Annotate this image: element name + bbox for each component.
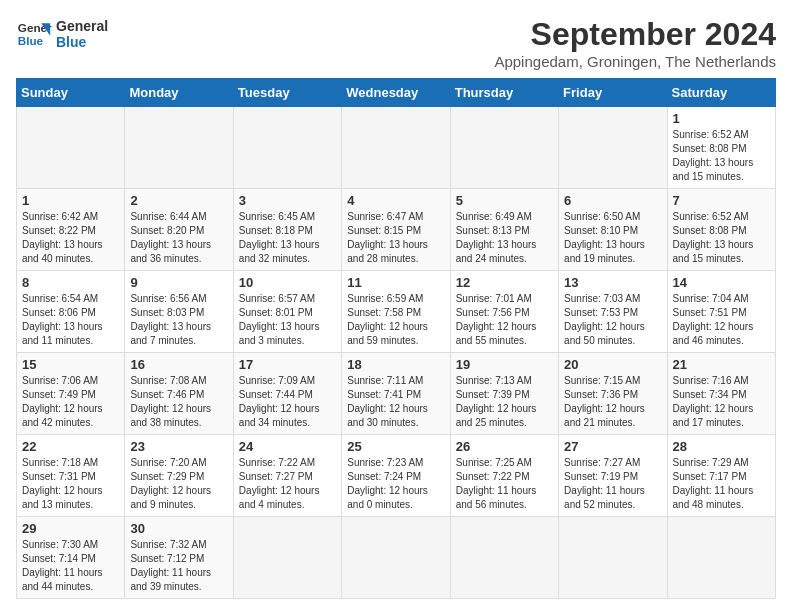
daylight-text: Daylight: 13 hours and 15 minutes. bbox=[673, 157, 754, 182]
calendar-cell: 12 Sunrise: 7:01 AM Sunset: 7:56 PM Dayl… bbox=[450, 271, 558, 353]
calendar-cell bbox=[559, 107, 667, 189]
day-info: Sunrise: 6:49 AM Sunset: 8:13 PM Dayligh… bbox=[456, 210, 553, 266]
daylight-text: Daylight: 12 hours and 42 minutes. bbox=[22, 403, 103, 428]
day-number: 29 bbox=[22, 521, 119, 536]
sunrise-text: Sunrise: 6:52 AM bbox=[673, 129, 749, 140]
day-info: Sunrise: 6:44 AM Sunset: 8:20 PM Dayligh… bbox=[130, 210, 227, 266]
calendar-cell: 19 Sunrise: 7:13 AM Sunset: 7:39 PM Dayl… bbox=[450, 353, 558, 435]
sunrise-text: Sunrise: 7:25 AM bbox=[456, 457, 532, 468]
daylight-text: Daylight: 13 hours and 3 minutes. bbox=[239, 321, 320, 346]
sunset-text: Sunset: 7:46 PM bbox=[130, 389, 204, 400]
sunset-text: Sunset: 7:44 PM bbox=[239, 389, 313, 400]
calendar-cell bbox=[559, 517, 667, 599]
day-info: Sunrise: 6:52 AM Sunset: 8:08 PM Dayligh… bbox=[673, 128, 770, 184]
calendar-week-2: 8 Sunrise: 6:54 AM Sunset: 8:06 PM Dayli… bbox=[17, 271, 776, 353]
day-number: 16 bbox=[130, 357, 227, 372]
sunset-text: Sunset: 7:56 PM bbox=[456, 307, 530, 318]
sunrise-text: Sunrise: 7:13 AM bbox=[456, 375, 532, 386]
day-info: Sunrise: 7:08 AM Sunset: 7:46 PM Dayligh… bbox=[130, 374, 227, 430]
calendar-cell: 8 Sunrise: 6:54 AM Sunset: 8:06 PM Dayli… bbox=[17, 271, 125, 353]
calendar-cell bbox=[450, 517, 558, 599]
daylight-text: Daylight: 12 hours and 55 minutes. bbox=[456, 321, 537, 346]
day-number: 17 bbox=[239, 357, 336, 372]
calendar-cell: 30 Sunrise: 7:32 AM Sunset: 7:12 PM Dayl… bbox=[125, 517, 233, 599]
calendar-cell bbox=[342, 517, 450, 599]
daylight-text: Daylight: 13 hours and 40 minutes. bbox=[22, 239, 103, 264]
day-number: 1 bbox=[22, 193, 119, 208]
sunrise-text: Sunrise: 7:23 AM bbox=[347, 457, 423, 468]
sunrise-text: Sunrise: 7:27 AM bbox=[564, 457, 640, 468]
calendar-cell: 13 Sunrise: 7:03 AM Sunset: 7:53 PM Dayl… bbox=[559, 271, 667, 353]
day-info: Sunrise: 6:50 AM Sunset: 8:10 PM Dayligh… bbox=[564, 210, 661, 266]
sunrise-text: Sunrise: 7:01 AM bbox=[456, 293, 532, 304]
calendar-cell bbox=[342, 107, 450, 189]
calendar-cell: 20 Sunrise: 7:15 AM Sunset: 7:36 PM Dayl… bbox=[559, 353, 667, 435]
sunrise-text: Sunrise: 6:57 AM bbox=[239, 293, 315, 304]
day-number: 19 bbox=[456, 357, 553, 372]
sunrise-text: Sunrise: 7:15 AM bbox=[564, 375, 640, 386]
sunset-text: Sunset: 7:17 PM bbox=[673, 471, 747, 482]
calendar-week-3: 15 Sunrise: 7:06 AM Sunset: 7:49 PM Dayl… bbox=[17, 353, 776, 435]
day-info: Sunrise: 7:18 AM Sunset: 7:31 PM Dayligh… bbox=[22, 456, 119, 512]
sunset-text: Sunset: 7:31 PM bbox=[22, 471, 96, 482]
main-title: September 2024 bbox=[494, 16, 776, 53]
daylight-text: Daylight: 12 hours and 50 minutes. bbox=[564, 321, 645, 346]
daylight-text: Daylight: 12 hours and 59 minutes. bbox=[347, 321, 428, 346]
calendar-header-sunday: Sunday bbox=[17, 79, 125, 107]
day-number: 23 bbox=[130, 439, 227, 454]
daylight-text: Daylight: 12 hours and 4 minutes. bbox=[239, 485, 320, 510]
daylight-text: Daylight: 11 hours and 48 minutes. bbox=[673, 485, 754, 510]
daylight-text: Daylight: 13 hours and 28 minutes. bbox=[347, 239, 428, 264]
day-number: 11 bbox=[347, 275, 444, 290]
calendar-header-thursday: Thursday bbox=[450, 79, 558, 107]
sunset-text: Sunset: 7:53 PM bbox=[564, 307, 638, 318]
daylight-text: Daylight: 13 hours and 19 minutes. bbox=[564, 239, 645, 264]
day-number: 14 bbox=[673, 275, 770, 290]
calendar-cell bbox=[125, 107, 233, 189]
calendar-cell: 11 Sunrise: 6:59 AM Sunset: 7:58 PM Dayl… bbox=[342, 271, 450, 353]
day-number: 2 bbox=[130, 193, 227, 208]
day-number: 13 bbox=[564, 275, 661, 290]
sunset-text: Sunset: 8:01 PM bbox=[239, 307, 313, 318]
sunset-text: Sunset: 7:27 PM bbox=[239, 471, 313, 482]
calendar-week-1: 1 Sunrise: 6:42 AM Sunset: 8:22 PM Dayli… bbox=[17, 189, 776, 271]
day-number: 8 bbox=[22, 275, 119, 290]
day-info: Sunrise: 7:30 AM Sunset: 7:14 PM Dayligh… bbox=[22, 538, 119, 594]
day-number: 27 bbox=[564, 439, 661, 454]
daylight-text: Daylight: 11 hours and 56 minutes. bbox=[456, 485, 537, 510]
calendar-cell: 23 Sunrise: 7:20 AM Sunset: 7:29 PM Dayl… bbox=[125, 435, 233, 517]
sunset-text: Sunset: 8:22 PM bbox=[22, 225, 96, 236]
sunrise-text: Sunrise: 6:42 AM bbox=[22, 211, 98, 222]
sunrise-text: Sunrise: 6:47 AM bbox=[347, 211, 423, 222]
daylight-text: Daylight: 13 hours and 11 minutes. bbox=[22, 321, 103, 346]
daylight-text: Daylight: 12 hours and 21 minutes. bbox=[564, 403, 645, 428]
calendar-header-tuesday: Tuesday bbox=[233, 79, 341, 107]
sunset-text: Sunset: 7:39 PM bbox=[456, 389, 530, 400]
calendar-cell bbox=[233, 517, 341, 599]
calendar-cell: 29 Sunrise: 7:30 AM Sunset: 7:14 PM Dayl… bbox=[17, 517, 125, 599]
day-number: 7 bbox=[673, 193, 770, 208]
sunset-text: Sunset: 8:10 PM bbox=[564, 225, 638, 236]
sunset-text: Sunset: 7:36 PM bbox=[564, 389, 638, 400]
day-info: Sunrise: 6:57 AM Sunset: 8:01 PM Dayligh… bbox=[239, 292, 336, 348]
calendar-cell: 2 Sunrise: 6:44 AM Sunset: 8:20 PM Dayli… bbox=[125, 189, 233, 271]
calendar-cell: 5 Sunrise: 6:49 AM Sunset: 8:13 PM Dayli… bbox=[450, 189, 558, 271]
calendar-week-5: 29 Sunrise: 7:30 AM Sunset: 7:14 PM Dayl… bbox=[17, 517, 776, 599]
calendar-cell: 10 Sunrise: 6:57 AM Sunset: 8:01 PM Dayl… bbox=[233, 271, 341, 353]
sunrise-text: Sunrise: 6:59 AM bbox=[347, 293, 423, 304]
calendar: SundayMondayTuesdayWednesdayThursdayFrid… bbox=[16, 78, 776, 599]
calendar-cell: 22 Sunrise: 7:18 AM Sunset: 7:31 PM Dayl… bbox=[17, 435, 125, 517]
day-number: 15 bbox=[22, 357, 119, 372]
sunrise-text: Sunrise: 7:20 AM bbox=[130, 457, 206, 468]
daylight-text: Daylight: 13 hours and 32 minutes. bbox=[239, 239, 320, 264]
day-number: 20 bbox=[564, 357, 661, 372]
sunset-text: Sunset: 8:13 PM bbox=[456, 225, 530, 236]
sunrise-text: Sunrise: 7:11 AM bbox=[347, 375, 423, 386]
day-number: 30 bbox=[130, 521, 227, 536]
day-info: Sunrise: 7:06 AM Sunset: 7:49 PM Dayligh… bbox=[22, 374, 119, 430]
daylight-text: Daylight: 12 hours and 46 minutes. bbox=[673, 321, 754, 346]
sunset-text: Sunset: 7:29 PM bbox=[130, 471, 204, 482]
logo-icon: General Blue bbox=[16, 16, 52, 52]
daylight-text: Daylight: 11 hours and 44 minutes. bbox=[22, 567, 103, 592]
day-info: Sunrise: 7:01 AM Sunset: 7:56 PM Dayligh… bbox=[456, 292, 553, 348]
